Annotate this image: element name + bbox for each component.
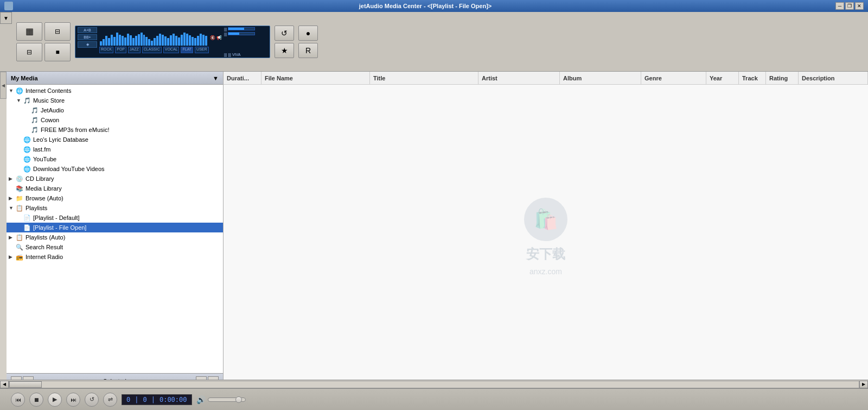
col-header-description[interactable]: Description [799, 72, 868, 84]
toolbar-btn-3[interactable]: ⊟ [16, 43, 42, 61]
sidebar-item-free-mp3s[interactable]: 🎵FREE MP3s from eMusic! [7, 125, 223, 135]
app-menu-button[interactable]: ▼ [0, 12, 12, 24]
sidebar-icon-leos-lyric: 🌐 [23, 135, 31, 144]
sidebar-item-youtube[interactable]: 🌐YouTube [7, 154, 223, 164]
sidebar-label-playlist-default: [Playlist - Default] [33, 215, 80, 221]
prev-button[interactable]: ⏮ [11, 393, 25, 407]
toolbar: ▦ ⊟ ⊟ ■ A+B BB+ ◈ 🔇📢 [0, 12, 868, 72]
volume-area: 🔊 [196, 395, 246, 404]
sidebar-collapse-button[interactable]: ◀ [0, 72, 7, 99]
close-button[interactable]: ✕ [855, 2, 864, 10]
sidebar-icon-music-store: 🎵 [23, 96, 31, 105]
next-button[interactable]: ⏭ [66, 393, 80, 407]
col-header-year[interactable]: Year [706, 72, 739, 84]
sidebar-item-cowon[interactable]: 🎵Cowon [7, 115, 223, 125]
sidebar-item-internet-radio[interactable]: ▶📻Internet Radio [7, 252, 223, 262]
eq-top-row: 🔇📢 [99, 30, 222, 46]
stop-button[interactable]: ⏹ [29, 393, 43, 407]
toolbar-btn-2[interactable]: ⊟ [44, 22, 71, 41]
sidebar-item-media-library[interactable]: 📚Media Library [7, 184, 223, 193]
col-header-track[interactable]: Track [739, 72, 766, 84]
col-header-title[interactable]: Title [370, 72, 478, 84]
watermark-icon: 🛍️ [524, 198, 567, 241]
sidebar-item-search-result[interactable]: 🔍Search Result [7, 242, 223, 252]
content-body: 🛍️ 安下载 anxz.com [224, 85, 868, 388]
sidebar-item-music-store[interactable]: ▼🎵Music Store [7, 96, 223, 105]
sidebar-item-jetaudio[interactable]: 🎵JetAudio [7, 105, 223, 115]
time-display: 0 | 0 | 0:00:00 [122, 394, 192, 405]
sidebar-label-download-youtube: Download YouTube Videos [33, 166, 105, 172]
sidebar-label-playlist-file-open: [Playlist - File Open] [33, 224, 86, 231]
eq-ctrl-3[interactable]: ◈ [78, 41, 97, 48]
scroll-thumb[interactable] [9, 381, 42, 388]
eq-slider-1[interactable] [228, 27, 255, 30]
scroll-right-arrow[interactable]: ▶ [859, 381, 868, 388]
col-header-artist[interactable]: Artist [478, 72, 560, 84]
play-button[interactable]: ▶ [48, 393, 62, 407]
toolbar-btn-1[interactable]: ▦ [16, 22, 42, 41]
genre-btn-vocal[interactable]: VOCAL [163, 47, 180, 53]
restore-button[interactable]: ❐ [845, 2, 854, 10]
minimize-button[interactable]: ─ [835, 2, 844, 10]
col-header-album[interactable]: Album [560, 72, 641, 84]
genre-btn-classic[interactable]: CLASSIC [142, 47, 162, 53]
col-header-duration[interactable]: Durati... [224, 72, 261, 84]
record-button[interactable]: ● [298, 26, 318, 41]
transport-bar: ⏮ ⏹ ▶ ⏭ ↺ ⇌ 0 | 0 | 0:00:00 🔊 [0, 388, 868, 410]
repeat-button[interactable]: ↺ [275, 26, 294, 41]
position2-display: 0 [143, 396, 146, 403]
content-header: Durati...File NameTitleArtistAlbumGenreY… [224, 72, 868, 85]
col-header-filename[interactable]: File Name [261, 72, 370, 84]
repeat-transport-button[interactable]: ↺ [85, 393, 99, 407]
eq-controls-left: A+B BB+ ◈ [78, 27, 97, 56]
sidebar-sort-icon[interactable]: ▼ [213, 75, 219, 81]
sidebar-item-browse-auto[interactable]: ▶📁Browse (Auto) [7, 193, 223, 203]
scroll-track[interactable] [9, 381, 859, 388]
toolbar-btn-4[interactable]: ■ [44, 43, 71, 61]
eq-ctrl-2[interactable]: BB+ [78, 34, 97, 40]
sidebar-label-internet-radio: Internet Radio [25, 254, 63, 260]
volume-thumb[interactable] [235, 396, 242, 403]
genre-btn-user[interactable]: USER [195, 47, 208, 53]
scroll-left-arrow[interactable]: ◀ [0, 381, 9, 388]
eq-main: 🔇📢 ROCKPOPJAZZCLASSICVOCALFLATUSER [99, 30, 222, 53]
genre-btn-flat[interactable]: FLAT [181, 47, 193, 53]
sidebar-icon-youtube: 🌐 [23, 155, 31, 163]
sidebar-arrow-browse-auto: ▶ [9, 195, 15, 201]
radio-button[interactable]: R [298, 43, 318, 58]
favorite-button[interactable]: ★ [275, 43, 294, 58]
genre-btn-jazz[interactable]: JAZZ [128, 47, 141, 53]
sidebar-arrow-music-store: ▼ [16, 98, 23, 103]
sidebar-item-playlist-default[interactable]: 📄[Playlist - Default] [7, 213, 223, 223]
col-header-rating[interactable]: Rating [766, 72, 799, 84]
vis-side-buttons-2: ● R [298, 26, 318, 58]
vis-side-buttons: ↺ ★ [275, 26, 294, 58]
sidebar-item-download-youtube[interactable]: 🌐Download YouTube Videos [7, 164, 223, 174]
main-area: ◀ My Media ▼ ▼🌐Internet Contents▼🎵Music … [0, 72, 868, 388]
shuffle-button[interactable]: ⇌ [103, 393, 117, 407]
genre-btn-pop[interactable]: POP [115, 47, 126, 53]
h-scrollbar: ◀ ▶ [0, 380, 868, 388]
sidebar-item-playlists-auto[interactable]: ▶📋Playlists (Auto) [7, 232, 223, 242]
title-bar: jetAudio Media Center - <[Playlist - Fil… [0, 0, 868, 12]
sidebar-item-internet-contents[interactable]: ▼🌐Internet Contents [7, 86, 223, 96]
watermark-subtext: anxz.com [529, 267, 562, 276]
sidebar-icon-browse-auto: 📁 [15, 194, 24, 203]
sidebar-icon-internet-contents: 🌐 [15, 86, 24, 95]
sidebar-item-playlists[interactable]: ▼📋Playlists [7, 203, 223, 213]
sidebar-item-cd-library[interactable]: ▶💿CD Library [7, 174, 223, 184]
sidebar-tree[interactable]: ▼🌐Internet Contents▼🎵Music Store🎵JetAudi… [7, 85, 223, 373]
eq-slider-2[interactable] [228, 32, 255, 35]
sidebar-item-lastfm[interactable]: 🌐last.fm [7, 144, 223, 154]
sidebar-icon-playlist-default: 📄 [23, 213, 31, 222]
sidebar-item-playlist-file-open[interactable]: 📄[Playlist - File Open] [7, 223, 223, 232]
genre-btn-rock[interactable]: ROCK [99, 47, 113, 53]
volume-icon: 🔊 [196, 395, 206, 404]
sidebar-arrow-cd-library: ▶ [9, 176, 15, 181]
eq-right-panel: ||| ||| ||||||VIVA [224, 27, 267, 56]
col-header-genre[interactable]: Genre [641, 72, 706, 84]
volume-slider[interactable] [208, 398, 246, 402]
sidebar-icon-cd-library: 💿 [15, 174, 24, 183]
eq-ctrl-1[interactable]: A+B [78, 27, 97, 33]
sidebar-item-leos-lyric[interactable]: 🌐Leo's Lyric Database [7, 135, 223, 144]
